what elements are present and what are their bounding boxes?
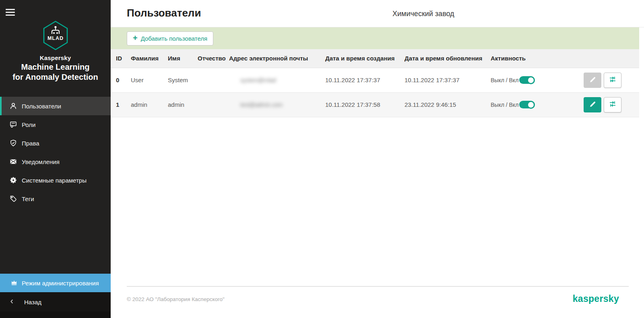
cell-first-name: admin	[168, 92, 198, 117]
col-middle-name: Отчество	[198, 49, 229, 68]
users-table: ID Фамилия Имя Отчество Адрес электронно…	[111, 49, 639, 117]
sidebar-item-roles[interactable]: Роли	[0, 115, 111, 134]
gear-icon	[10, 177, 17, 184]
brand-name: Kaspersky	[40, 54, 71, 61]
sidebar-item-label: Права	[22, 140, 39, 147]
page-title: Пользователи	[127, 7, 201, 19]
cell-id: 0	[116, 68, 131, 92]
tag-icon	[10, 195, 17, 202]
cell-created: 10.11.2022 17:37:37	[325, 68, 405, 92]
kaspersky-logo: kaspersky	[573, 293, 619, 304]
cell-updated: 10.11.2022 17:37:37	[405, 68, 491, 92]
reset-password-button[interactable]	[604, 73, 621, 88]
add-user-button[interactable]: + Добавить пользователя	[127, 31, 213, 46]
sidebar-item-users[interactable]: Пользователи	[0, 97, 111, 115]
table-row: 1 admin admin test@admin.com 10.11.2022 …	[111, 92, 639, 117]
back-button[interactable]: Назад	[0, 292, 111, 312]
cell-activity: Выкл / Вкл	[491, 92, 550, 117]
sidebar: MLAD Kaspersky Machine Learning for Anom…	[0, 0, 111, 318]
plus-icon: +	[133, 34, 138, 42]
cell-updated: 23.11.2022 9:46:15	[405, 92, 491, 117]
activity-label: Выкл / Вкл	[491, 77, 518, 83]
activity-toggle[interactable]	[519, 76, 534, 84]
col-updated: Дата и время обновления	[405, 49, 491, 68]
admin-mode-label: Режим администрирования	[22, 280, 99, 287]
col-activity: Активность	[491, 49, 550, 68]
sidebar-item-system-settings[interactable]: Системные параметры	[0, 171, 111, 189]
swap-arrows-icon	[609, 76, 616, 84]
edit-user-button[interactable]	[584, 97, 601, 112]
pencil-icon	[589, 76, 596, 84]
sidebar-item-label: Пользователи	[22, 103, 61, 110]
edit-user-button[interactable]	[584, 73, 601, 88]
footer: © 2022 АО "Лаборатория Касперского" kasp…	[111, 286, 644, 318]
activity-label: Выкл / Вкл	[491, 102, 518, 108]
cell-middle-name	[198, 92, 229, 117]
toolbar: + Добавить пользователя	[111, 27, 639, 49]
swap-arrows-icon	[609, 100, 616, 109]
back-label: Назад	[24, 299, 41, 306]
cell-activity: Выкл / Вкл	[491, 68, 550, 92]
sidebar-nav: Пользователи Роли	[0, 97, 111, 208]
cell-last-name: User	[131, 68, 168, 92]
pencil-icon	[589, 101, 596, 109]
product-logo: MLAD Kaspersky Machine Learning for Anom…	[0, 21, 111, 82]
page-header: Пользователи Химический завод	[111, 0, 644, 27]
table-body: 0 User System system@mlad 10.11.2022 17:…	[111, 68, 639, 117]
sidebar-item-label: Уведомления	[22, 158, 60, 165]
col-last-name: Фамилия	[131, 49, 168, 68]
cell-first-name: System	[168, 68, 198, 92]
crown-icon	[10, 279, 18, 287]
table-row: 0 User System system@mlad 10.11.2022 17:…	[111, 68, 639, 92]
product-name: Machine Learning for Anomaly Detection	[12, 62, 98, 82]
svg-text:MLAD: MLAD	[47, 35, 63, 41]
roles-icon	[10, 121, 17, 128]
col-first-name: Имя	[168, 49, 198, 68]
sidebar-item-notifications[interactable]: Уведомления	[0, 152, 111, 171]
reset-password-button[interactable]	[604, 97, 621, 112]
col-id: ID	[116, 49, 131, 68]
mail-icon	[10, 158, 17, 165]
user-icon	[10, 102, 17, 110]
footer-divider	[127, 286, 629, 287]
sidebar-item-tags[interactable]: Теги	[0, 189, 111, 208]
app-window: MLAD Kaspersky Machine Learning for Anom…	[0, 0, 644, 318]
shield-check-icon	[10, 139, 17, 147]
col-email: Адрес электронной почты	[229, 49, 325, 68]
sidebar-item-label: Роли	[22, 121, 36, 128]
col-created: Дата и время создания	[325, 49, 405, 68]
sidebar-item-label: Системные параметры	[22, 177, 87, 184]
cell-created: 10.11.2022 17:37:58	[325, 92, 405, 117]
cell-actions	[550, 92, 639, 117]
add-user-label: Добавить пользователя	[141, 35, 207, 42]
sidebar-item-rights[interactable]: Права	[0, 134, 111, 152]
cell-actions	[550, 68, 639, 92]
main-content: Пользователи Химический завод + Добавить…	[111, 0, 644, 318]
activity-toggle[interactable]	[519, 101, 534, 108]
cell-email: system@mlad	[229, 68, 325, 92]
cell-middle-name	[198, 68, 229, 92]
cell-last-name: admin	[131, 92, 168, 117]
cell-id: 1	[116, 92, 131, 117]
chevron-left-icon	[9, 298, 15, 306]
sidebar-item-label: Теги	[22, 195, 34, 202]
cell-email: test@admin.com	[229, 92, 325, 117]
admin-mode-button[interactable]: Режим администрирования	[0, 274, 111, 292]
mlad-hexagon-logo-icon: MLAD	[42, 21, 69, 50]
hamburger-menu-icon[interactable]	[0, 0, 111, 17]
table-header-row: ID Фамилия Имя Отчество Адрес электронно…	[111, 49, 639, 68]
project-name: Химический завод	[392, 10, 454, 18]
copyright-text: © 2022 АО "Лаборатория Касперского"	[127, 296, 225, 302]
